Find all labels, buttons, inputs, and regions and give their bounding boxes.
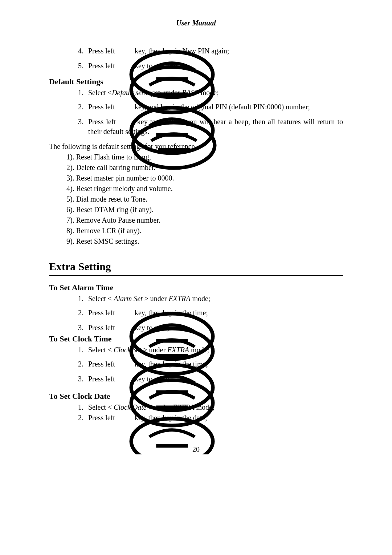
page-header: User Manual: [49, 18, 343, 28]
chapter-rule: [49, 275, 343, 276]
term: Clock Set: [114, 346, 141, 354]
list-item: 8). Remove LCR (if any).: [66, 226, 343, 236]
text: Select <: [88, 403, 114, 411]
text: key, then key in the time;: [135, 360, 208, 368]
term: Alarm Set: [114, 295, 142, 303]
list-item: 9). Reset SMSC settings.: [66, 236, 343, 246]
text: mode;: [199, 89, 219, 97]
header-rule-left: [49, 23, 174, 23]
text: Press left: [88, 47, 117, 55]
list-item: 5). Dial mode reset to Tone.: [66, 194, 343, 204]
term: ;: [208, 295, 211, 303]
text: Press left: [88, 375, 117, 383]
step-number: 2.: [78, 102, 88, 112]
list-item: 3). Reset master pin number to 0000.: [66, 173, 343, 183]
text: Press left: [88, 360, 117, 368]
list-item: 1. Select < Clock Set > under EXTRA mode…: [78, 345, 343, 355]
text: Press left: [88, 118, 119, 126]
step-number: 4.: [78, 46, 88, 56]
default-settings-steps: 1. Select <Default settings> under BASE …: [49, 88, 343, 137]
list-item: 3. Press left key to save;: [78, 323, 343, 333]
list-item: 2. Press left key, and key in the origin…: [78, 102, 343, 112]
step-body: Press left key to confirm.: [88, 61, 343, 71]
softkey-icon: [118, 309, 132, 318]
softkey-icon: [119, 118, 134, 127]
step-number: 3.: [78, 323, 88, 333]
term: EXTRA: [168, 295, 190, 303]
step-body: Press left key, then key in the time;: [88, 308, 343, 318]
list-item: 1. Select < Clock Date > under EXTRA mod…: [78, 402, 343, 412]
step-body: Select < Clock Set > under EXTRA mode;: [88, 345, 343, 355]
step-number: 2.: [78, 359, 88, 369]
list-item: 3. Press left key to save;: [78, 374, 343, 384]
step-number: 1.: [78, 402, 88, 412]
pin-steps-continued: 4. Press left key, then key in New PIN a…: [49, 46, 343, 71]
step-body: Press left key, and key in the original …: [88, 102, 343, 112]
header-rule-right: [218, 23, 343, 23]
list-item: 4. Press left key, then key in New PIN a…: [78, 46, 343, 56]
text: Press left: [88, 309, 117, 317]
list-item: 1. Select <Default settings> under BASE …: [78, 88, 343, 98]
page-number: 20: [49, 445, 343, 454]
text: > under: [158, 89, 182, 97]
text: key, then key in the date;: [135, 414, 207, 422]
text: mode: [190, 295, 208, 303]
step-number: 5.: [78, 61, 88, 71]
softkey-icon: [118, 376, 132, 384]
text: key to confirm.: [135, 62, 179, 70]
text: Press left: [88, 62, 117, 70]
alarm-heading: To Set Alarm Time: [49, 282, 343, 293]
softkey-icon: [118, 360, 132, 369]
list-item: 2. Press left key, then key in the date;: [78, 413, 343, 423]
text: mode: [195, 403, 212, 411]
step-number: 1.: [78, 294, 88, 304]
step-number: 1.: [78, 345, 88, 355]
softkey-icon: [118, 103, 132, 112]
step-body: Select < Clock Date > under EXTRA mode;: [88, 402, 343, 412]
text: > under: [143, 295, 169, 303]
text: Press left: [88, 103, 117, 111]
text: > under: [141, 346, 167, 354]
text: key to save;: [135, 375, 170, 383]
term: Clock Date: [114, 403, 147, 411]
clock-date-steps: 1. Select < Clock Date > under EXTRA mod…: [49, 402, 343, 423]
step-number: 2.: [78, 413, 88, 423]
term: BASE: [182, 89, 199, 97]
list-item: 3. Press left key to confirm, you will h…: [78, 117, 343, 137]
text: key, then key in New PIN again;: [135, 47, 229, 55]
term: EXTRA: [173, 403, 195, 411]
text: Select <: [88, 346, 114, 354]
term: EXTRA: [167, 346, 189, 354]
step-body: Select <Default settings> under BASE mod…: [88, 88, 343, 98]
text: key, and key in the original PIN (defaul…: [135, 103, 310, 111]
step-body: Press left key to confirm, you will hear…: [88, 117, 343, 137]
step-body: Press left key to save;: [88, 374, 343, 384]
term: ;: [212, 403, 215, 411]
step-body: Press left key, then key in New PIN agai…: [88, 46, 343, 56]
alarm-steps: 1. Select < Alarm Set > under EXTRA mode…: [49, 294, 343, 333]
step-body: Press left key, then key in the time;: [88, 359, 343, 369]
header-title: User Manual: [174, 18, 218, 28]
step-body: Press left key to save;: [88, 323, 343, 333]
text: > under: [147, 403, 173, 411]
softkey-icon: [118, 47, 132, 56]
list-item: 2. Press left key, then key in the time;: [78, 308, 343, 318]
text: mode: [189, 346, 207, 354]
defaults-intro: The following is default settings for yo…: [49, 142, 343, 151]
clock-time-steps: 1. Select < Clock Set > under EXTRA mode…: [49, 345, 343, 384]
text: key to save;: [135, 324, 170, 332]
list-item: 1. Select < Alarm Set > under EXTRA mode…: [78, 294, 343, 304]
step-number: 3.: [78, 374, 88, 384]
list-item: 2. Press left key, then key in the time;: [78, 359, 343, 369]
extra-setting-heading: Extra Setting: [49, 259, 343, 274]
step-number: 3.: [78, 117, 88, 127]
text: Press left: [88, 324, 117, 332]
text: Press left: [88, 414, 117, 422]
step-number: 2.: [78, 308, 88, 318]
list-item: 6). Reset DTAM ring (if any).: [66, 205, 343, 215]
softkey-icon: [118, 62, 132, 71]
step-number: 1.: [78, 88, 88, 98]
softkey-icon: [118, 324, 132, 333]
list-item: 5. Press left key to confirm.: [78, 61, 343, 71]
step-body: Select < Alarm Set > under EXTRA mode;: [88, 294, 343, 304]
